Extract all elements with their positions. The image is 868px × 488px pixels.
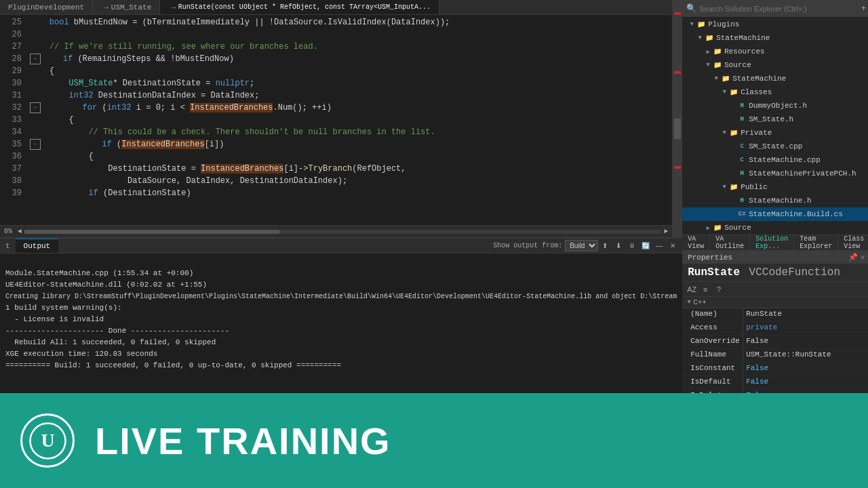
props-sort-alpha-btn[interactable]: AZ [685, 283, 698, 296]
output-close-btn[interactable]: ✕ [666, 240, 679, 252]
tab-runstate[interactable]: → RunState(const UObject * RefObject, co… [160, 0, 439, 14]
code-line: 31 int32 DestinationDataIndex = DataInde… [0, 89, 672, 102]
code-line: 32 - for (int32 i = 0; i < InstancedBran… [0, 102, 672, 114]
tree-label: SM_State.cpp [749, 142, 802, 150]
solution-tree: ▼ 📁 Plugins ▼ 📁 StateMachine ▶ 📁 Resourc… [682, 18, 868, 235]
line-content: { [27, 114, 672, 126]
line-number: 31 [0, 89, 27, 102]
tree-item-public[interactable]: ▼ 📁 Public [682, 180, 868, 194]
tree-label: DummyObject.h [749, 102, 807, 110]
output-btn-2[interactable]: ⬇ [612, 240, 625, 252]
output-source-select[interactable]: Build [565, 240, 598, 251]
expand-icon: ▶ [704, 224, 712, 232]
tree-item-statemachine-l3[interactable]: ▼ 📁 StateMachine [682, 72, 868, 85]
code-line: 34 // This could be a check. There shoul… [0, 126, 672, 138]
output-panel-tab-label: t [0, 239, 16, 253]
line-number: 34 [0, 126, 27, 138]
editor-status-bar: 0% ◄ ► [0, 225, 672, 237]
props-header: Properties 📌 ✕ [682, 251, 868, 264]
code-line: 37 DestinationState = InstancedBranches[… [0, 163, 672, 175]
line-number: 35 [0, 138, 27, 150]
tab-usm-state[interactable]: → USM_State [93, 0, 160, 14]
right-panel: 🔍 + ▼ 📁 Plugins ▼ 📁 StateMachin [682, 0, 868, 393]
tree-item-pch[interactable]: H StateMachinePrivatePCH.h [682, 167, 868, 180]
tree-item-private[interactable]: ▼ 📁 Private [682, 126, 868, 140]
horizontal-scrollbar[interactable] [24, 230, 661, 234]
code-line: 26 [0, 28, 672, 41]
code-line: 36 { [0, 150, 672, 163]
output-tab[interactable]: Output [16, 239, 59, 253]
tab-plugindevelopment[interactable]: PluginDevelopment [0, 0, 93, 14]
tree-item-smstate-h[interactable]: H SM_State.h [682, 113, 868, 126]
tree-item-dummyobject[interactable]: H DummyObject.h [682, 99, 868, 113]
scrollbar-thumb [24, 230, 279, 234]
tree-item-statemachine-cpp[interactable]: C StateMachine.cpp [682, 153, 868, 167]
output-tabs-row: t Output Show output from: Build ⬆ [0, 239, 682, 253]
unreal-logo: U [20, 413, 75, 468]
output-btn-3[interactable]: ⏸ [625, 240, 639, 252]
main-container: PluginDevelopment → USM_State → RunState… [0, 0, 868, 488]
props-row-name: (Name) RunState [682, 308, 868, 322]
tree-item-smstate-cpp[interactable]: C SM_State.cpp [682, 140, 868, 153]
output-btn-1[interactable]: ⬆ [598, 240, 612, 252]
props-toolbar: AZ ≡ ? [682, 282, 868, 297]
tab-label: USM_State [111, 3, 151, 12]
props-sort-cat-btn[interactable]: ≡ [698, 283, 712, 296]
scroll-indicator[interactable] [673, 0, 682, 237]
tree-item-source-l2[interactable]: ▼ 📁 Source [682, 58, 868, 72]
output-btn-4[interactable]: 🔄 [639, 240, 652, 252]
tab-team-explorer[interactable]: Team Explorer [794, 235, 838, 250]
tree-item-source-l2-2[interactable]: ▶ 📁 Source [682, 221, 868, 235]
code-editor: PluginDevelopment → USM_State → RunState… [0, 0, 673, 237]
fold-button[interactable]: - [30, 54, 41, 64]
search-input[interactable] [699, 5, 859, 13]
line-content: // If we're still running, see where our… [27, 41, 672, 53]
fold-button[interactable]: - [30, 102, 41, 113]
tab-arrow: → [104, 3, 108, 12]
tab-va-outline[interactable]: VA Outline [710, 235, 750, 250]
expand-icon: ▶ [704, 47, 712, 56]
code-content[interactable]: 25 bool bMustEndNow = (bTerminateImmedia… [0, 15, 672, 225]
props-row-canoverride: CanOverride False [682, 336, 868, 349]
expand-icon: ▼ [704, 61, 712, 69]
fold-button[interactable]: - [30, 139, 41, 150]
no-expand [728, 156, 736, 164]
props-pin-icon[interactable]: 📌 [848, 253, 858, 262]
add-icon[interactable]: + [861, 4, 866, 14]
tree-label: Source [724, 61, 751, 69]
props-close-icon[interactable]: ✕ [861, 253, 865, 262]
tab-class-view[interactable]: Class View [838, 235, 868, 250]
props-title-row: RunState VCCodeFunction [682, 264, 868, 282]
live-training-text: LIVE TRAINING [95, 419, 391, 463]
editor-tabs: PluginDevelopment → USM_State → RunState… [0, 0, 672, 15]
folder-icon: 📁 [728, 87, 739, 98]
tab-va-view[interactable]: VA View [682, 235, 710, 250]
line-number: 27 [0, 41, 27, 53]
tree-item-plugins[interactable]: ▼ 📁 Plugins [682, 18, 868, 31]
tree-item-classes[interactable]: ▼ 📁 Classes [682, 85, 868, 99]
tree-item-statemachine[interactable]: ▼ 📁 StateMachine [682, 31, 868, 45]
tree-item-statemachine-build[interactable]: C# StateMachine.Build.cs [682, 207, 868, 221]
line-content [27, 28, 672, 41]
output-minimize-btn[interactable]: — [652, 240, 666, 252]
props-help-btn[interactable]: ? [712, 283, 726, 296]
svg-text:U: U [41, 430, 54, 451]
output-header: t Output Show output from: Build ⬆ [0, 239, 682, 253]
output-line-9: ---------------------- Done ------------… [5, 325, 677, 337]
tab-solution-exp[interactable]: Solution Exp... [750, 235, 794, 250]
folder-icon: 📁 [704, 33, 715, 43]
line-number: 37 [0, 163, 27, 175]
cpp-file-icon: C [736, 141, 747, 152]
prop-isdefault-label: IsDefault [682, 376, 743, 389]
scroll-right-btn[interactable]: ► [664, 228, 668, 235]
folder-icon: 📁 [728, 182, 739, 192]
output-line-4: Creating library D:\StreamStuff\PluginDe… [5, 291, 677, 302]
output-content[interactable]: Module.StateMachine.cpp (1:55.34 at +0:0… [0, 253, 682, 393]
expand-icon: ▼ [696, 34, 704, 42]
scroll-left-btn[interactable]: ◄ [18, 228, 22, 235]
tree-item-resources[interactable]: ▶ 📁 Resources [682, 45, 868, 58]
tree-item-statemachine-h[interactable]: H StateMachine.h [682, 194, 868, 207]
prop-fullname-label: FullName [682, 349, 743, 362]
no-expand [728, 102, 736, 110]
code-line: 38 DataSource, DataIndex, DestinationDat… [0, 175, 672, 187]
